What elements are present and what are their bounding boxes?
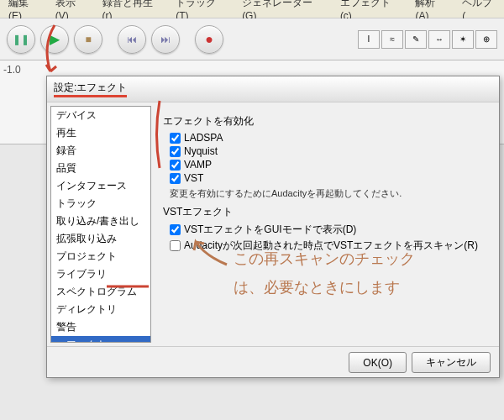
sidebar-item-4[interactable]: インタフェース (51, 177, 150, 195)
skip-start-icon: ⏮ (127, 34, 137, 45)
stop-button[interactable]: ■ (74, 25, 102, 54)
skip-end-icon: ⏭ (160, 34, 171, 45)
checkbox-vst-gui[interactable] (170, 224, 181, 235)
zoom-tool[interactable]: ↔ (428, 30, 450, 49)
checkbox-vst[interactable] (170, 173, 181, 184)
envelope-tool[interactable]: ≈ (381, 30, 403, 49)
ruler-label: -1.0 (3, 64, 501, 76)
ok-button[interactable]: OK(O) (349, 352, 407, 373)
label-vst: VST (184, 172, 203, 184)
pref-content: エフェクトを有効化 LADSPA Nyquist VAMP VST 変更を有効に… (155, 102, 499, 346)
selection-tool[interactable]: I (358, 30, 380, 49)
skip-start-button[interactable]: ⏮ (118, 25, 146, 54)
pref-sidebar[interactable]: デバイス再生録音品質インタフェーストラック取り込み/書き出し拡張取り込みプロジェ… (50, 106, 151, 343)
restart-note: 変更を有効にするためにAudacityを再起動してください. (170, 187, 491, 200)
checkbox-nyquist[interactable] (170, 146, 181, 157)
sidebar-item-5[interactable]: トラック (51, 195, 150, 213)
sidebar-item-11[interactable]: ディレクトリ (51, 301, 150, 318)
edit-tools: I ≈ ✎ ↔ ✶ ⊕ (358, 30, 497, 49)
label-ladspa: LADSPA (184, 132, 223, 144)
checkbox-vst-rescan[interactable] (170, 240, 181, 251)
dialog-title: 設定:エフェクト (47, 76, 499, 102)
sidebar-item-0[interactable]: デバイス (51, 107, 150, 124)
sidebar-item-13[interactable]: エフェクト (51, 336, 150, 343)
sidebar-item-9[interactable]: ライブラリ (51, 265, 150, 283)
pause-icon: ❚❚ (13, 34, 29, 45)
sidebar-item-8[interactable]: プロジェクト (51, 248, 150, 265)
label-vst-rescan: Audacityが次回起動された時点でVSTエフェクトを再スキャン(R) (184, 239, 478, 253)
sidebar-item-12[interactable]: 警告 (51, 318, 150, 336)
sidebar-item-6[interactable]: 取り込み/書き出し (51, 213, 150, 230)
skip-end-button[interactable]: ⏭ (151, 25, 180, 54)
label-nyquist: Nyquist (184, 145, 218, 157)
dialog-buttons: OK(O) キャンセル (47, 346, 499, 378)
timeshift-tool[interactable]: ✶ (452, 30, 474, 49)
sidebar-item-10[interactable]: スペクトログラム (51, 283, 150, 301)
record-icon: ● (205, 32, 213, 47)
section-enable-effects: エフェクトを有効化 (163, 114, 491, 129)
cancel-button[interactable]: キャンセル (412, 352, 491, 373)
checkbox-ladspa[interactable] (170, 133, 181, 144)
play-button[interactable]: ▶ (40, 25, 69, 54)
section-vst-effects: VSTエフェクト (163, 205, 491, 219)
sidebar-item-3[interactable]: 品質 (51, 160, 150, 177)
draw-tool[interactable]: ✎ (405, 30, 427, 49)
label-vamp: VAMP (184, 159, 212, 171)
checkbox-vamp[interactable] (170, 160, 181, 171)
menubar: 編集(E) 表示(V) 録音と再生(r) トラック(T) ジェネレーター(G) … (0, 0, 504, 18)
play-icon: ▶ (50, 31, 60, 47)
sidebar-item-7[interactable]: 拡張取り込み (51, 230, 150, 248)
stop-icon: ■ (85, 34, 91, 45)
toolbar: ❚❚ ▶ ■ ⏮ ⏭ ● I ≈ ✎ ↔ ✶ ⊕ (0, 18, 504, 60)
sidebar-item-1[interactable]: 再生 (51, 124, 150, 142)
sidebar-item-2[interactable]: 録音 (51, 142, 150, 160)
label-vst-gui: VSTエフェクトをGUIモードで表示(D) (184, 223, 356, 237)
record-button[interactable]: ● (195, 25, 223, 54)
preferences-dialog: 設定:エフェクト デバイス再生録音品質インタフェーストラック取り込み/書き出し拡… (46, 76, 500, 378)
pause-button[interactable]: ❚❚ (7, 25, 35, 54)
multi-tool[interactable]: ⊕ (475, 30, 497, 49)
